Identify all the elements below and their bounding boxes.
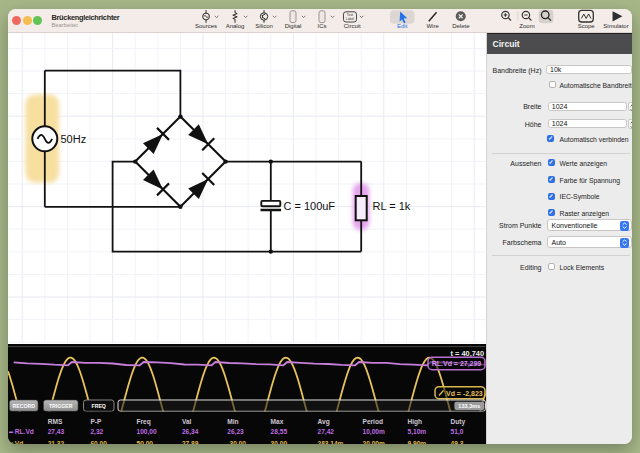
svg-text:50,00: 50,00 (137, 439, 154, 444)
svg-text:10,00m: 10,00m (362, 428, 384, 436)
svg-text:Avg: Avg (317, 418, 329, 426)
svg-text:100,00: 100,00 (137, 428, 157, 436)
svg-text:28,55: 28,55 (271, 428, 288, 436)
svg-text:Duty: Duty (451, 418, 466, 426)
svg-text:-30,00: -30,00 (227, 439, 246, 444)
svg-text:27,42: 27,42 (317, 428, 334, 436)
svg-text:Period: Period (362, 418, 382, 425)
svg-text:C = 100uF: C = 100uF (283, 200, 335, 212)
svg-text:21,32: 21,32 (48, 439, 65, 444)
svg-text:133,3ms: 133,3ms (458, 403, 480, 409)
svg-text:FREQ: FREQ (91, 403, 105, 409)
svg-text:51,0: 51,0 (451, 428, 464, 436)
svg-text:RL.Vd = 27,299: RL.Vd = 27,299 (432, 360, 482, 368)
svg-text:RECORD: RECORD (12, 403, 35, 409)
svg-text:t = 40,740: t = 40,740 (451, 348, 484, 357)
svg-text:20,00m: 20,00m (362, 439, 384, 444)
svg-text:26,34: 26,34 (182, 428, 199, 436)
svg-text:5,10m: 5,10m (407, 428, 426, 436)
svg-text:TRIGGER: TRIGGER (49, 403, 73, 409)
svg-text:Max: Max (271, 418, 284, 425)
svg-text:High: High (407, 418, 422, 426)
svg-text:Label: Label (346, 17, 355, 21)
svg-text:RL = 1k: RL = 1k (372, 200, 410, 212)
svg-text:27,89: 27,89 (182, 439, 199, 444)
svg-text:Vd = -2,823: Vd = -2,823 (446, 389, 483, 397)
svg-text:50Hz: 50Hz (61, 133, 87, 145)
svg-text:26,23: 26,23 (227, 428, 244, 436)
svg-text:2,32: 2,32 (90, 428, 103, 436)
svg-text:283,14m: 283,14m (317, 439, 343, 444)
svg-text:P-P: P-P (90, 418, 102, 425)
svg-text:Freq: Freq (137, 418, 151, 426)
svg-text:30,00: 30,00 (271, 439, 288, 444)
svg-text:RL.Vd: RL.Vd (15, 428, 34, 435)
svg-text:9,90m: 9,90m (407, 439, 426, 444)
svg-text:27,43: 27,43 (48, 428, 65, 436)
svg-text:Vd: Vd (15, 439, 23, 444)
svg-text:RMS: RMS (48, 418, 63, 425)
svg-text:60,00: 60,00 (90, 439, 107, 444)
svg-text:49,3: 49,3 (451, 439, 464, 444)
svg-text:Min: Min (227, 418, 238, 425)
svg-text:Val: Val (182, 418, 192, 425)
